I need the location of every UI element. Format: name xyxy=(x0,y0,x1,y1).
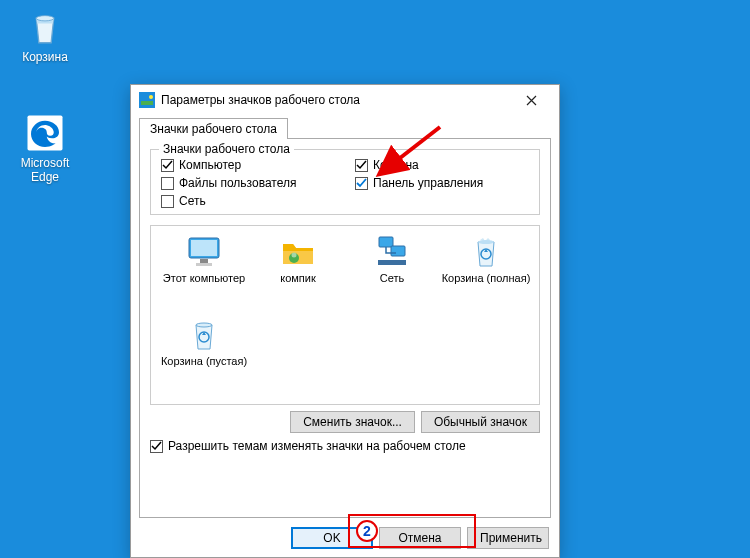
svg-rect-3 xyxy=(141,101,153,105)
default-icon-button[interactable]: Обычный значок xyxy=(421,411,540,433)
checkbox-network[interactable]: Сеть xyxy=(161,194,335,208)
folder-user-icon xyxy=(280,234,316,270)
preview-kompik[interactable]: компик xyxy=(253,234,343,313)
apply-button[interactable]: Применить xyxy=(467,527,549,549)
svg-point-16 xyxy=(196,323,212,327)
preview-recycle-empty[interactable]: Корзина (пустая) xyxy=(159,317,249,396)
desktop-icons-dialog: Параметры значков рабочего стола Значки … xyxy=(130,84,560,558)
desktop-recycle-label: Корзина xyxy=(10,50,80,64)
network-icon xyxy=(374,234,410,270)
checkbox-user-files[interactable]: Файлы пользователя xyxy=(161,176,335,190)
preview-this-pc[interactable]: Этот компьютер xyxy=(159,234,249,313)
change-icon-button[interactable]: Сменить значок... xyxy=(290,411,415,433)
svg-rect-11 xyxy=(379,237,393,247)
close-icon xyxy=(526,95,537,106)
fieldset-icons: Значки рабочего стола Компьютер Корзина … xyxy=(150,149,540,215)
close-button[interactable] xyxy=(511,85,551,115)
monitor-icon xyxy=(186,234,222,270)
check-icon xyxy=(356,178,367,189)
svg-rect-12 xyxy=(391,246,405,256)
checkbox-allow-themes[interactable]: Разрешить темам изменять значки на рабоч… xyxy=(150,439,540,453)
desktop-recycle-bin[interactable]: Корзина xyxy=(10,6,80,64)
svg-point-10 xyxy=(292,253,297,258)
preview-recycle-full[interactable]: Корзина (полная) xyxy=(441,234,531,313)
edge-icon xyxy=(24,112,66,154)
checkbox-computer[interactable]: Компьютер xyxy=(161,158,335,172)
checkbox-recycle-bin[interactable]: Корзина xyxy=(355,158,529,172)
check-icon xyxy=(162,160,173,171)
preview-network[interactable]: Сеть xyxy=(347,234,437,313)
desktop-edge-label: Microsoft Edge xyxy=(10,156,80,185)
recycle-full-icon xyxy=(468,234,504,270)
tab-strip: Значки рабочего стола xyxy=(131,115,559,138)
svg-point-0 xyxy=(36,16,54,21)
svg-rect-13 xyxy=(378,260,406,265)
recycle-empty-icon xyxy=(186,317,222,353)
svg-rect-7 xyxy=(200,259,208,263)
check-icon xyxy=(356,160,367,171)
recycle-bin-icon xyxy=(24,6,66,48)
icon-preview-list[interactable]: Этот компьютер компик Сеть Корзина (полн… xyxy=(150,225,540,405)
titlebar: Параметры значков рабочего стола xyxy=(131,85,559,115)
svg-rect-2 xyxy=(139,92,155,108)
fieldset-legend: Значки рабочего стола xyxy=(159,142,294,156)
tab-desktop-icons[interactable]: Значки рабочего стола xyxy=(139,118,288,139)
step-badge: 2 xyxy=(356,520,378,542)
dialog-icon xyxy=(139,92,155,108)
svg-rect-8 xyxy=(196,263,212,266)
cancel-button[interactable]: Отмена xyxy=(379,527,461,549)
svg-rect-6 xyxy=(191,240,217,256)
dialog-title: Параметры значков рабочего стола xyxy=(161,93,511,107)
svg-point-14 xyxy=(478,240,494,244)
desktop-edge[interactable]: Microsoft Edge xyxy=(10,112,80,185)
dialog-footer: OK Отмена Применить xyxy=(291,527,549,549)
check-icon xyxy=(151,441,162,452)
checkbox-control-panel[interactable]: Панель управления xyxy=(355,176,529,190)
tab-panel: Значки рабочего стола Компьютер Корзина … xyxy=(139,138,551,518)
svg-point-4 xyxy=(149,95,153,99)
